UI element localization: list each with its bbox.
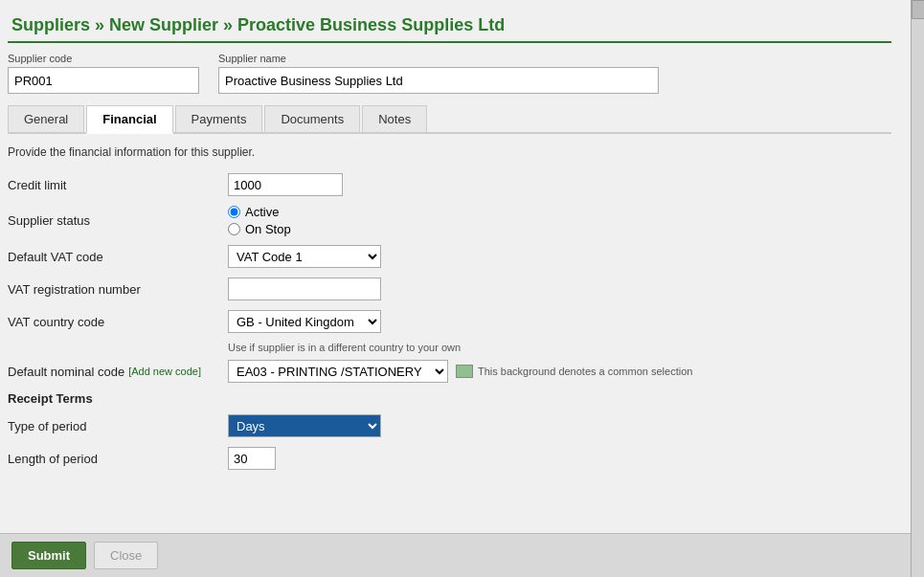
- default-vat-code-row: Default VAT code VAT Code 1 VAT Code 2 V…: [8, 244, 891, 269]
- common-selection-box: [456, 365, 473, 378]
- period-type-select[interactable]: Days Weeks Months: [228, 414, 381, 437]
- supplier-fields-row: Supplier code Supplier name: [8, 53, 891, 94]
- breadcrumb: Suppliers » New Supplier » Proactive Bus…: [8, 8, 891, 43]
- supplier-status-row: Supplier status Active On Stop: [8, 205, 891, 236]
- supplier-name-input[interactable]: [218, 67, 659, 94]
- length-of-period-control: [228, 447, 276, 470]
- status-onstop-item: On Stop: [228, 222, 291, 236]
- credit-limit-row: Credit limit: [8, 172, 891, 197]
- vat-country-select[interactable]: GB - United Kingdom US - United States D…: [228, 310, 381, 333]
- nominal-code-select[interactable]: EA03 - PRINTING /STATIONERY EA01 - OTHER…: [228, 360, 448, 383]
- vat-country-code-control: GB - United Kingdom US - United States D…: [228, 310, 381, 333]
- status-active-radio[interactable]: [228, 206, 240, 218]
- tab-financial[interactable]: Financial: [86, 105, 172, 134]
- supplier-status-label: Supplier status: [8, 213, 228, 228]
- receipt-terms-header: Receipt Terms: [8, 391, 891, 406]
- vat-reg-number-control: [228, 277, 381, 300]
- tabs-bar: General Financial Payments Documents Not…: [8, 105, 891, 134]
- default-vat-code-label: Default VAT code: [8, 250, 228, 264]
- vat-code-select[interactable]: VAT Code 1 VAT Code 2 VAT Code 3: [228, 245, 381, 268]
- default-vat-code-control: VAT Code 1 VAT Code 2 VAT Code 3: [228, 245, 381, 268]
- credit-limit-input[interactable]: [228, 173, 343, 196]
- bottom-bar: Submit Close: [0, 533, 911, 577]
- default-nominal-code-label: Default nominal code [Add new code]: [8, 365, 228, 379]
- vat-reg-number-row: VAT registration number: [8, 277, 891, 301]
- length-of-period-label: Length of period: [8, 452, 228, 466]
- supplier-name-label: Supplier name: [218, 53, 659, 64]
- tab-payments[interactable]: Payments: [175, 105, 263, 132]
- status-onstop-radio[interactable]: [228, 223, 240, 235]
- supplier-code-input[interactable]: [8, 67, 199, 94]
- common-selection-hint: This background denotes a common selecti…: [456, 365, 692, 378]
- type-of-period-row: Type of period Days Weeks Months: [8, 413, 891, 438]
- tab-documents[interactable]: Documents: [264, 105, 360, 132]
- tab-notes[interactable]: Notes: [362, 105, 427, 132]
- vat-reg-number-input[interactable]: [228, 277, 381, 300]
- status-onstop-label: On Stop: [245, 222, 291, 236]
- vat-reg-number-label: VAT registration number: [8, 282, 228, 297]
- credit-limit-label: Credit limit: [8, 178, 228, 192]
- tab-description: Provide the financial information for th…: [8, 142, 891, 159]
- length-of-period-input[interactable]: [228, 447, 276, 470]
- common-selection-text: This background denotes a common selecti…: [478, 366, 692, 377]
- vat-country-code-label: VAT country code: [8, 315, 228, 329]
- scrollbar[interactable]: [911, 0, 924, 577]
- tab-general[interactable]: General: [8, 105, 84, 132]
- financial-form: Credit limit Supplier status Active: [8, 172, 891, 525]
- supplier-code-label: Supplier code: [8, 53, 199, 64]
- nominal-code-control: EA03 - PRINTING /STATIONERY EA01 - OTHER…: [228, 360, 692, 383]
- length-of-period-row: Length of period: [8, 446, 891, 471]
- close-button[interactable]: Close: [94, 542, 158, 569]
- status-active-label: Active: [245, 205, 279, 219]
- add-new-code-link[interactable]: [Add new code]: [128, 366, 201, 377]
- main-window: Suppliers » New Supplier » Proactive Bus…: [0, 0, 924, 577]
- supplier-code-group: Supplier code: [8, 53, 199, 94]
- type-of-period-label: Type of period: [8, 419, 228, 433]
- type-of-period-control: Days Weeks Months: [228, 414, 381, 437]
- vat-country-note: Use if supplier is in a different countr…: [228, 342, 891, 353]
- default-nominal-code-row: Default nominal code [Add new code] EA03…: [8, 359, 891, 384]
- status-active-item: Active: [228, 205, 291, 219]
- vat-country-code-row: VAT country code GB - United Kingdom US …: [8, 309, 891, 334]
- supplier-name-group: Supplier name: [218, 53, 659, 94]
- credit-limit-control: [228, 173, 343, 196]
- supplier-status-control: Active On Stop: [228, 205, 291, 236]
- submit-button[interactable]: Submit: [11, 542, 86, 569]
- status-radio-group: Active On Stop: [228, 205, 291, 236]
- scrollbar-thumb[interactable]: [912, 0, 924, 19]
